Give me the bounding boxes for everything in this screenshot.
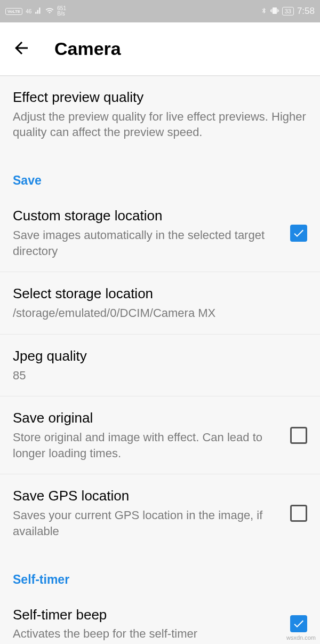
checkbox-save-original[interactable] bbox=[290, 427, 307, 444]
bluetooth-icon bbox=[261, 6, 267, 17]
setting-subtitle: Save images automatically in the selecte… bbox=[13, 227, 279, 259]
setting-title: Effect preview quality bbox=[13, 89, 307, 107]
battery-indicator: 33 bbox=[282, 7, 294, 15]
setting-save-original[interactable]: Save original Store original and image w… bbox=[0, 396, 320, 474]
checkbox-save-gps[interactable] bbox=[290, 505, 307, 522]
setting-title: Select storage location bbox=[13, 285, 307, 303]
data-rate: 651 B/s bbox=[57, 6, 66, 17]
setting-jpeg-quality[interactable]: Jpeg quality 85 bbox=[0, 335, 320, 396]
setting-custom-storage-location[interactable]: Custom storage location Save images auto… bbox=[0, 194, 320, 272]
setting-title: Self-timer beep bbox=[13, 606, 279, 624]
setting-title: Save original bbox=[13, 409, 279, 427]
status-bar: VoLTE 46 651 B/s 33 7:58 bbox=[0, 0, 320, 22]
app-bar: Camera bbox=[0, 22, 320, 76]
setting-subtitle: 85 bbox=[13, 368, 307, 384]
checkbox-selftimer-beep[interactable] bbox=[290, 615, 307, 632]
settings-list: Effect preview quality Adjust the previe… bbox=[0, 76, 320, 644]
signal-icon bbox=[35, 7, 42, 16]
watermark: wsxdn.com bbox=[286, 634, 316, 641]
section-header-save: Save bbox=[0, 153, 320, 194]
section-header-selftimer: Self-timer bbox=[0, 552, 320, 593]
network-generation: 46 bbox=[26, 9, 31, 14]
setting-selftimer-beep[interactable]: Self-timer beep Activates the beep for t… bbox=[0, 593, 320, 644]
setting-effect-preview-quality[interactable]: Effect preview quality Adjust the previe… bbox=[0, 76, 320, 153]
status-left: VoLTE 46 651 B/s bbox=[5, 6, 66, 17]
setting-subtitle: Adjust the preview quality for live effe… bbox=[13, 109, 307, 140]
page-title: Camera bbox=[54, 38, 121, 59]
setting-subtitle: /storage/emulated/0/DCIM/Camera MX bbox=[13, 305, 307, 321]
status-right: 33 7:58 bbox=[261, 6, 315, 17]
setting-title: Custom storage location bbox=[13, 207, 279, 225]
wifi-icon bbox=[45, 6, 54, 17]
back-icon[interactable] bbox=[12, 38, 31, 60]
checkbox-custom-storage[interactable] bbox=[290, 225, 307, 242]
setting-subtitle: Store original and image with effect. Ca… bbox=[13, 430, 279, 461]
setting-title: Jpeg quality bbox=[13, 347, 307, 365]
setting-save-gps-location[interactable]: Save GPS location Saves your current GPS… bbox=[0, 474, 320, 552]
volte-indicator: VoLTE bbox=[5, 8, 22, 15]
setting-subtitle: Activates the beep for the self-timer bbox=[13, 626, 279, 642]
setting-title: Save GPS location bbox=[13, 487, 279, 505]
time-display: 7:58 bbox=[297, 6, 315, 17]
vibrate-icon bbox=[270, 6, 279, 17]
setting-subtitle: Saves your current GPS location in the i… bbox=[13, 507, 279, 539]
setting-select-storage-location[interactable]: Select storage location /storage/emulate… bbox=[0, 272, 320, 334]
